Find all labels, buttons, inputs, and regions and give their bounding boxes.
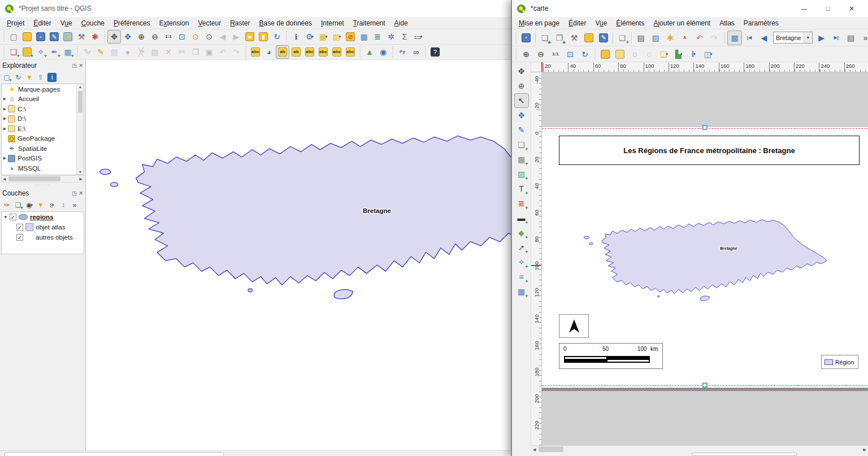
- layer-checkbox[interactable]: ✓: [10, 214, 16, 220]
- show-bookmarks[interactable]: ▮: [257, 30, 270, 44]
- atlas-first-feature[interactable]: |◀: [742, 31, 757, 45]
- refresh-map[interactable]: ↻: [270, 30, 284, 44]
- new-geopackage-layer[interactable]: +: [20, 45, 34, 59]
- toggle-editing[interactable]: ✎: [94, 45, 107, 59]
- add-picture[interactable]: ▨+: [514, 167, 529, 181]
- add-node-item[interactable]: ✧+: [514, 255, 529, 270]
- metasearch[interactable]: ◉: [376, 45, 390, 59]
- add-group[interactable]: ❏+: [12, 199, 24, 211]
- new-virtual-layer[interactable]: ▦+: [61, 45, 75, 59]
- coordinate-box[interactable]: [5, 452, 224, 456]
- pan-map[interactable]: ✥: [107, 30, 121, 44]
- map-canvas[interactable]: Bretagne: [86, 60, 511, 450]
- scroll-left-icon[interactable]: ◀: [3, 177, 6, 181]
- browser-item-bookmarks[interactable]: ★ Marque-pages: [2, 84, 84, 94]
- new-project[interactable]: ▢: [7, 30, 20, 44]
- measure[interactable]: ▭▾: [411, 30, 425, 44]
- selection-handle-bottom[interactable]: [702, 383, 708, 388]
- atlas-last-feature[interactable]: ▶|: [829, 31, 844, 45]
- maximize-button[interactable]: □: [816, 0, 840, 17]
- expand-collapse-all[interactable]: ↕: [58, 199, 69, 211]
- browser-item-home[interactable]: ▶ ⌂ Accueil: [2, 94, 84, 105]
- filter-legend[interactable]: ▼: [35, 199, 46, 211]
- open-layer-styling[interactable]: ✑: [1, 199, 12, 211]
- browser-item-geopackage[interactable]: ◇ GeoPackage: [2, 134, 84, 144]
- layer-labeling-options[interactable]: abc: [249, 45, 262, 59]
- atlas-next-feature[interactable]: ▶: [814, 31, 829, 45]
- zoom-to-layer[interactable]: ⊙: [202, 30, 216, 44]
- print-layout[interactable]: ▤: [633, 31, 648, 45]
- grass-tools[interactable]: ▲: [363, 45, 376, 59]
- layers-overflow[interactable]: »: [69, 199, 80, 211]
- resize-items[interactable]: ◫▾: [701, 47, 715, 62]
- unlock-all-items[interactable]: [613, 47, 627, 62]
- scroll-left-icon[interactable]: ◀: [533, 448, 536, 452]
- zoom-to-selection[interactable]: ⊙: [189, 30, 202, 44]
- layout-page[interactable]: Les Régions de France métropolitaine : B…: [542, 127, 868, 388]
- python-console[interactable]: Py: [396, 45, 409, 59]
- lock-selected-items[interactable]: [598, 47, 613, 62]
- statistics-summary[interactable]: Σ: [398, 30, 411, 44]
- rule-checkbox[interactable]: ✓: [16, 224, 23, 231]
- select-move-item[interactable]: ↖: [514, 93, 529, 108]
- save-project[interactable]: ▫: [34, 30, 47, 44]
- menu-preferences[interactable]: Préférences: [109, 18, 155, 28]
- group-items[interactable]: ◌: [627, 47, 642, 62]
- rotate-label[interactable]: abc: [330, 45, 344, 59]
- refresh-browser[interactable]: ↻: [12, 72, 24, 83]
- feature-actions[interactable]: ⚙▾: [303, 30, 316, 44]
- menu-aide[interactable]: Aide: [390, 18, 413, 28]
- new-print-layout[interactable]: ★: [61, 30, 75, 44]
- pan-to-selection[interactable]: ✥: [121, 30, 134, 44]
- collapse-all[interactable]: ⇧: [35, 72, 46, 83]
- scalebar-item[interactable]: 0 50 100 km: [559, 343, 663, 369]
- region-polygon[interactable]: [93, 132, 511, 322]
- export-as-svg[interactable]: ✱: [663, 31, 678, 45]
- add-attribute-table[interactable]: ▦+: [514, 284, 529, 299]
- preview-atlas[interactable]: ▦: [727, 31, 742, 45]
- save-as-template[interactable]: ✎: [596, 31, 611, 45]
- browser-item-mssql[interactable]: ◗ MSSQL: [2, 163, 84, 173]
- menu-extension[interactable]: Extension: [155, 18, 194, 28]
- add-html[interactable]: ≡+: [514, 270, 529, 284]
- selection-handle-top[interactable]: [702, 125, 708, 130]
- change-label[interactable]: abc: [344, 45, 357, 59]
- export-as-pdf[interactable]: A: [678, 31, 692, 45]
- refresh-view[interactable]: ↻: [578, 47, 592, 62]
- cut-features[interactable]: ✂: [175, 45, 189, 59]
- menu-traitement[interactable]: Traitement: [349, 18, 390, 28]
- distribute-items[interactable]: ‖▾: [686, 47, 701, 62]
- pan-layout[interactable]: ✥: [514, 64, 529, 79]
- north-arrow-item[interactable]: [559, 314, 589, 338]
- collapse-icon[interactable]: ▼: [2, 215, 10, 220]
- save-project[interactable]: ▫: [519, 31, 533, 45]
- add-shape[interactable]: ◆+: [514, 225, 529, 240]
- export-as-image[interactable]: ▨: [648, 31, 663, 45]
- new-spatial-bookmark[interactable]: ★: [243, 30, 257, 44]
- menu-elements[interactable]: Éléments: [611, 18, 649, 28]
- style-manager[interactable]: ✱: [88, 30, 102, 44]
- redo[interactable]: ↷: [229, 45, 243, 59]
- zoom-layout[interactable]: ⊕: [514, 79, 529, 93]
- zoom-native[interactable]: 1:1: [162, 30, 175, 44]
- add-scalebar[interactable]: ▬+: [514, 211, 529, 225]
- save-layer-edits[interactable]: ▥: [107, 45, 121, 59]
- add-pages[interactable]: ❏+: [615, 31, 630, 45]
- paste-features[interactable]: ▣: [202, 45, 216, 59]
- menu-base-de-donnees[interactable]: Base de données: [255, 18, 316, 28]
- dock-splitter[interactable]: ······: [0, 183, 85, 188]
- align-selected-items[interactable]: ▙▾: [671, 47, 686, 62]
- duplicate-layout[interactable]: ❐★: [552, 31, 567, 45]
- print-atlas[interactable]: ▤: [844, 31, 858, 45]
- zoom-out[interactable]: ⊖: [533, 47, 548, 62]
- minimize-button[interactable]: —: [792, 0, 816, 17]
- field-calculator[interactable]: ≣: [371, 30, 384, 44]
- legend-item[interactable]: Région: [821, 355, 858, 369]
- menu-couche[interactable]: Couche: [77, 18, 109, 28]
- browser-close-button[interactable]: ✕: [79, 63, 83, 68]
- browser-item-c-drive[interactable]: ▶ C:\: [2, 104, 84, 114]
- show-hide-labels[interactable]: abc: [303, 45, 316, 59]
- manage-map-themes[interactable]: ◉▾: [24, 199, 35, 211]
- undo[interactable]: ↶: [692, 31, 707, 45]
- zoom-last[interactable]: ◀: [216, 30, 229, 44]
